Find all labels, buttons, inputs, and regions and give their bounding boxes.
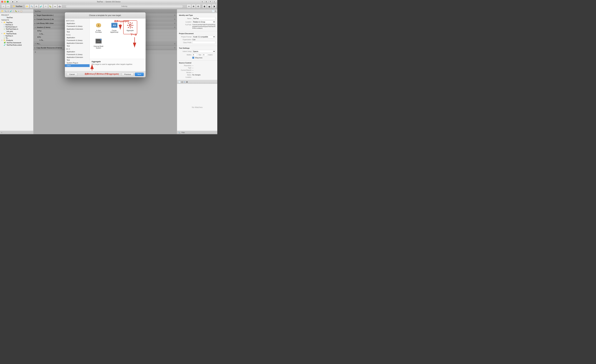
left-panel-btn[interactable]: ◧ <box>202 4 207 8</box>
nav-item-testtests-m[interactable]: m Te... <box>0 37 33 39</box>
location-label-2: Location <box>179 76 191 78</box>
stop-button[interactable]: ■ <box>15 0 19 3</box>
location-select[interactable]: Relative to Group <box>192 21 216 23</box>
osx-test[interactable]: Test <box>65 59 89 61</box>
nav-item-framework[interactable]: 🧩 TestTwo.framework <box>0 41 33 44</box>
full-path-value: /Users/Cain/MyFolder/Framework/Aggregate… <box>192 24 216 29</box>
titlebar-right: ⊟ ⊞ ⧉ ⊡ <box>201 0 216 3</box>
folder-icon-btn[interactable]: 📁 <box>25 4 29 8</box>
breakpoint-icon-btn[interactable]: ⬥ <box>53 4 57 8</box>
inspector-bottom-icon-1[interactable]: 📄 <box>178 81 180 83</box>
nav-item-testtwo[interactable]: ▼ 📁 TestTwo <box>0 21 33 24</box>
tvos-application[interactable]: Application <box>65 36 89 39</box>
nav-content: PROJECT 📄 TestTwo TARGETS ▼ 📁 TestTwo h … <box>0 13 33 131</box>
editor-mode-3[interactable]: ⊟ <box>196 4 200 8</box>
nav-item-testtwotests[interactable]: ▼ 📁 TestTwoTests <box>0 32 33 35</box>
template-cocoa-applescript[interactable]: AS Cocoa-AppleScript <box>107 20 121 34</box>
nav-debug-icon[interactable]: 🐛 <box>15 10 17 12</box>
osx-framework[interactable]: Framework & Library <box>65 53 89 56</box>
nav-report-icon[interactable]: 📋 <box>20 10 22 12</box>
indent-using-row: Indent Using Spaces <box>179 50 216 53</box>
git-icon-btn[interactable]: ⑂ <box>44 4 48 8</box>
template-aggregate[interactable]: Aggregate <box>123 20 137 34</box>
test-icon-btn[interactable]: 🧪 <box>39 4 43 8</box>
layout-btn-1[interactable]: ⊟ <box>201 0 204 3</box>
h-file-icon-2: h <box>4 26 5 28</box>
folder-icon-products: 📁 <box>3 39 6 41</box>
project-format-select[interactable]: Xcode 3.2-compatible <box>192 35 216 38</box>
nav-item-testtwoclassm[interactable]: m TestTwoClass.m <box>0 28 33 30</box>
watchos-app-ext[interactable]: Application Extension <box>65 28 89 30</box>
inspector-bottom-icon-4[interactable]: ⊞ <box>186 81 188 83</box>
description-title: Aggregate <box>92 60 144 63</box>
editor-mode-1[interactable]: ≡ <box>187 4 191 8</box>
svg-point-20 <box>100 39 101 40</box>
nav-breakpoint-icon[interactable]: ⬥ <box>18 10 19 12</box>
type-label: Type <box>179 67 191 69</box>
wrap-lines-checkbox[interactable]: ✓ <box>192 57 194 59</box>
inspector-bottom-icon-3[interactable]: ⊙ <box>184 81 185 83</box>
layout-btn-2[interactable]: ⊞ <box>205 0 208 3</box>
nav-test-icon[interactable]: 🧪 <box>10 10 12 12</box>
tvos-test[interactable]: Test <box>65 45 89 47</box>
nav-git-icon[interactable]: ⑂ <box>13 10 14 12</box>
template-external-build[interactable]: make External BuildSystem <box>92 36 105 50</box>
nav-item-testtwo-project[interactable]: 📄 TestTwo <box>0 16 33 19</box>
tab-label: Tab <box>199 54 201 56</box>
wrap-lines-label: Wrap lines <box>195 57 216 59</box>
osx-app-ext[interactable]: Application Extension <box>65 56 89 59</box>
nav-search-icon[interactable]: 🔍 <box>4 10 7 12</box>
minimize-button[interactable] <box>4 1 6 3</box>
cancel-button[interactable]: Cancel <box>67 73 77 76</box>
inspector-bottom-icon-2[interactable]: { } <box>181 81 183 83</box>
other-category-item[interactable]: Other <box>65 64 89 67</box>
close-button[interactable] <box>1 1 3 3</box>
maximize-button[interactable] <box>7 1 9 3</box>
modal-header: Choose a template for your new target: <box>65 12 146 18</box>
right-panel-btn[interactable]: ◨ <box>212 4 216 8</box>
name-input[interactable] <box>192 17 216 20</box>
indexing-label: Indexing <box>121 5 127 7</box>
nav-add-btn[interactable]: + <box>1 132 2 134</box>
debug-icon-btn[interactable]: 🐛 <box>48 4 53 8</box>
warning-icon-btn[interactable]: ⚠ <box>34 4 39 8</box>
previous-button[interactable]: Previous <box>122 73 134 76</box>
nav-item-testtests-h[interactable]: h TestTwo.h <box>0 35 33 37</box>
filter-icon: 🔍 <box>178 132 180 134</box>
inspector-info-icon[interactable]: ℹ <box>215 10 216 12</box>
template-in-app-purchase[interactable]: $ In-AppPurchase <box>92 20 105 34</box>
run-button[interactable]: ▶ <box>11 0 15 3</box>
modal-body: watchOS Application Framework & Library … <box>65 18 146 71</box>
indent-input[interactable] <box>202 53 207 56</box>
forward-button[interactable]: › <box>6 4 10 8</box>
nav-item-xctest[interactable]: 🧪 TestTwoTests.xctest <box>0 44 33 46</box>
class-prefix-input[interactable] <box>192 41 216 44</box>
width-input[interactable] <box>192 53 197 56</box>
nav-item-testtwo-h[interactable]: h TestTwo.h <box>0 24 33 26</box>
back-button[interactable]: ‹ <box>1 4 6 8</box>
nav-item-testtwoclassh[interactable]: h TestTwoClass.h <box>0 26 33 28</box>
search-icon-btn[interactable]: 🔍 <box>30 4 34 8</box>
nav-warning-icon[interactable]: ⚠ <box>7 10 9 12</box>
toolbar-icons: 📁 🔍 ⚠ 🧪 ⑂ 🐛 ⬥ 🤖 <box>25 4 62 8</box>
layout-btn-3[interactable]: ⧉ <box>209 0 212 3</box>
nav-item-infoplist[interactable]: 📄 Info.plist <box>0 30 33 32</box>
watchos-application[interactable]: Application <box>65 22 89 25</box>
watchos-framework[interactable]: Framework & Library <box>65 25 89 28</box>
indent-using-select[interactable]: Spaces <box>192 50 216 53</box>
tvos-app-ext[interactable]: Application Extension <box>65 42 89 45</box>
osx-system-plugin[interactable]: System Plug-in <box>65 61 89 64</box>
osx-application[interactable]: Application <box>65 50 89 53</box>
location-label: Location <box>179 21 191 23</box>
layout-btn-4[interactable]: ⊡ <box>213 0 216 3</box>
next-button[interactable]: Next <box>135 73 144 76</box>
nav-item-products[interactable]: ▼ 📁 Products <box>0 39 33 41</box>
inspector-file-icon[interactable]: 📄 <box>212 10 214 12</box>
nav-folder-icon[interactable]: 📁 <box>1 10 3 12</box>
tvos-framework[interactable]: Framework & Library <box>65 39 89 42</box>
editor-mode-2[interactable]: ⊞ <box>191 4 196 8</box>
version-label: Version <box>179 72 191 73</box>
robot-icon-btn[interactable]: 🤖 <box>58 4 62 8</box>
bottom-panel-btn[interactable]: ⬓ <box>207 4 211 8</box>
watchos-test[interactable]: Test <box>65 30 89 33</box>
